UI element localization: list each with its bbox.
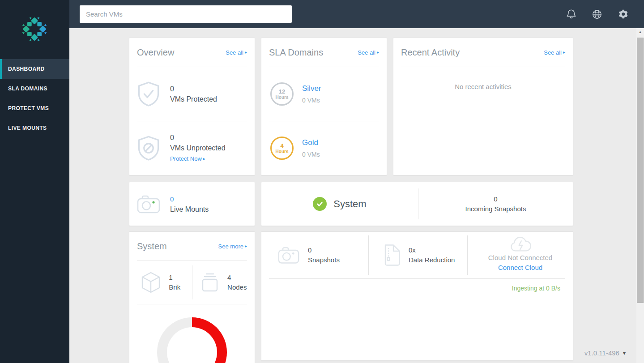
incoming-snapshots-value: 0 <box>494 194 497 204</box>
scrollbar-up-arrow[interactable]: ▲ <box>636 28 644 36</box>
cloud-status-label: Cloud Not Connected <box>488 254 552 261</box>
nodes-value: 4 <box>227 273 247 282</box>
dashboard-content: Overview See all▸ 0 VMs Protected <box>69 28 636 363</box>
sidebar-item-dashboard[interactable]: DASHBOARD <box>0 59 69 79</box>
live-mounts-card: 0 Live Mounts <box>129 182 255 226</box>
sla-silver-link[interactable]: Silver <box>302 84 321 93</box>
globe-icon[interactable] <box>592 9 602 19</box>
sidebar-item-live-mounts[interactable]: LIVE MOUNTS <box>0 118 69 138</box>
snapshots-stat: 0 Snapshots <box>261 232 368 278</box>
capacity-donut <box>157 317 227 363</box>
vms-protected-label: VMs Protected <box>170 94 217 104</box>
divider <box>401 67 565 67</box>
version-label: v1.0.11-496 <box>584 349 619 357</box>
sla-badge: 4 Hours <box>270 137 294 160</box>
search-input[interactable] <box>80 5 292 23</box>
brik-stat: 1 Brik <box>129 261 192 304</box>
system-card-title: System <box>137 241 167 252</box>
ingest-status: Ingesting at 0 B/s <box>261 285 573 292</box>
camera-icon <box>278 245 299 265</box>
right-arrow-icon: ▸ <box>563 50 565 55</box>
zip-file-icon <box>382 244 400 266</box>
overview-see-all-link[interactable]: See all▸ <box>226 49 247 56</box>
scrollbar[interactable]: ▲ <box>636 28 644 363</box>
vms-unprotected-row: 0 VMs Unprotected Protect Now▸ <box>129 121 255 175</box>
recent-activity-card: Recent Activity See all▸ No recent activ… <box>393 38 573 175</box>
sla-see-all-link[interactable]: See all▸ <box>358 49 379 56</box>
version-selector: v1.0.11-496 ▾ <box>584 349 626 357</box>
data-reduction-label: Data Reduction <box>409 255 455 265</box>
camera-icon <box>137 194 160 214</box>
data-reduction-stat: 0x Data Reduction <box>369 232 467 278</box>
overview-card: Overview See all▸ 0 VMs Protected <box>129 38 255 175</box>
system-card: System See more▸ 1 Brik <box>129 231 255 363</box>
shield-slash-icon <box>137 136 160 161</box>
settings-gear-icon[interactable] <box>618 9 628 19</box>
vms-protected-row: 0 VMs Protected <box>129 67 255 121</box>
incoming-snapshots-label: Incoming Snapshots <box>465 204 526 214</box>
live-mounts-value[interactable]: 0 <box>170 194 209 204</box>
caret-down-icon[interactable]: ▾ <box>623 350 626 356</box>
connect-cloud-link[interactable]: Connect Cloud <box>498 264 542 271</box>
brik-value: 1 <box>169 273 180 282</box>
right-arrow-icon: ▸ <box>245 244 247 248</box>
shield-check-icon <box>137 81 160 107</box>
live-mounts-label: Live Mounts <box>170 204 209 214</box>
system-status-label: System <box>333 198 366 210</box>
sidebar-nav: DASHBOARD SLA DOMAINS PROTECT VMS LIVE M… <box>0 59 69 138</box>
vms-unprotected-label: VMs Unprotected <box>170 143 226 153</box>
storage-card: 0 Snapshots 0x Data Reduction <box>261 231 573 361</box>
divider <box>137 304 247 304</box>
sidebar: DASHBOARD SLA DOMAINS PROTECT VMS LIVE M… <box>0 0 69 363</box>
notifications-bell-icon[interactable] <box>566 9 576 19</box>
snapshots-value: 0 <box>308 245 340 255</box>
brik-cube-icon <box>141 271 161 294</box>
scrollbar-thumb[interactable] <box>637 38 644 303</box>
sla-row-silver: 12 Hours Silver 0 VMs <box>261 67 387 121</box>
system-ok-check-icon <box>313 197 327 211</box>
system-status-card: System 0 Incoming Snapshots <box>261 182 573 226</box>
sla-domains-card: SLA Domains See all▸ 12 Hours Silver 0 V… <box>261 38 387 175</box>
sla-row-gold: 4 Hours Gold 0 VMs <box>261 121 387 175</box>
system-see-more-link[interactable]: See more▸ <box>218 243 247 250</box>
sla-silver-vm-count: 0 VMs <box>302 97 321 104</box>
right-arrow-icon: ▸ <box>203 157 205 161</box>
cloud-lightning-icon <box>508 235 533 253</box>
sidebar-item-sla-domains[interactable]: SLA DOMAINS <box>0 79 69 98</box>
snapshots-label: Snapshots <box>308 255 340 265</box>
data-reduction-value: 0x <box>409 245 455 255</box>
brand-logo-icon <box>21 15 48 43</box>
sidebar-item-protect-vms[interactable]: PROTECT VMS <box>0 98 69 118</box>
sla-gold-link[interactable]: Gold <box>302 138 320 147</box>
sla-card-title: SLA Domains <box>269 47 323 58</box>
right-arrow-icon: ▸ <box>377 50 379 55</box>
brik-label: Brik <box>169 282 180 292</box>
topbar <box>69 0 644 28</box>
right-arrow-icon: ▸ <box>245 50 247 55</box>
cloud-section: Cloud Not Connected Connect Cloud <box>468 232 573 278</box>
divider <box>269 278 565 279</box>
protect-now-link[interactable]: Protect Now▸ <box>170 154 205 164</box>
recent-activity-title: Recent Activity <box>401 47 460 58</box>
nodes-label: Nodes <box>227 282 247 292</box>
nodes-stat: 4 Nodes <box>192 261 255 304</box>
vms-protected-value: 0 <box>170 84 217 94</box>
app-window: DASHBOARD SLA DOMAINS PROTECT VMS LIVE M… <box>0 0 644 363</box>
sla-gold-vm-count: 0 VMs <box>302 151 320 158</box>
sla-badge: 12 Hours <box>270 82 294 106</box>
recent-activity-see-all-link[interactable]: See all▸ <box>544 49 565 56</box>
overview-card-title: Overview <box>137 47 174 58</box>
topbar-icons <box>566 9 644 19</box>
nodes-stack-icon <box>200 272 220 293</box>
vms-unprotected-value: 0 <box>170 132 226 143</box>
no-activity-message: No recent activities <box>393 83 573 90</box>
